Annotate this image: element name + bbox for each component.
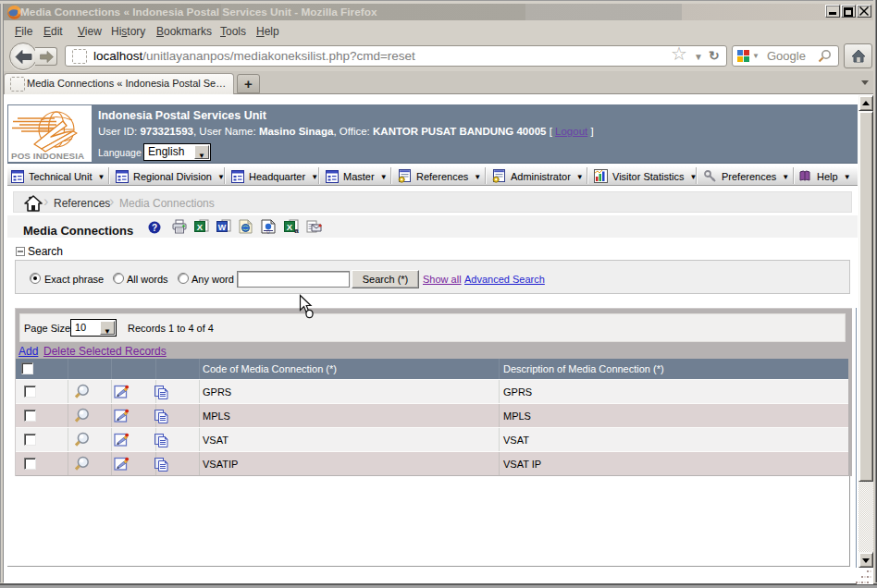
svg-text:?: ? — [152, 223, 157, 233]
svg-text:a: a — [294, 227, 299, 234]
svg-text:X: X — [287, 222, 293, 232]
svg-text:W: W — [218, 223, 227, 232]
svg-text:〈〉: 〈〉 — [266, 229, 270, 235]
svg-text:X: X — [197, 222, 204, 232]
svg-text:POS INDONESIA: POS INDONESIA — [11, 151, 84, 161]
